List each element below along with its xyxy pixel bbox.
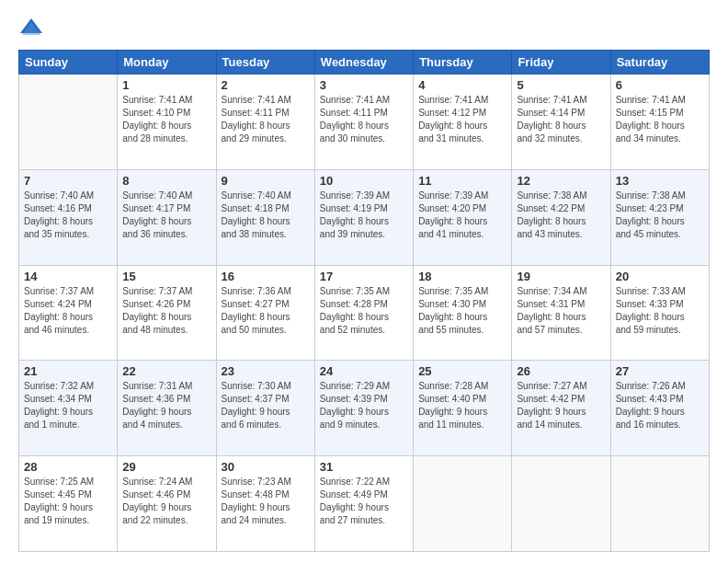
calendar-cell: 18Sunrise: 7:35 AM Sunset: 4:30 PM Dayli… [414,265,512,361]
day-number: 18 [418,270,506,283]
day-info: Sunrise: 7:25 AM Sunset: 4:45 PM Dayligh… [24,476,112,527]
day-number: 11 [418,174,506,188]
calendar-cell: 12Sunrise: 7:38 AM Sunset: 4:22 PM Dayli… [512,169,610,265]
logo-icon [18,15,44,40]
calendar-cell: 7Sunrise: 7:40 AM Sunset: 4:16 PM Daylig… [19,169,118,265]
day-info: Sunrise: 7:41 AM Sunset: 4:15 PM Dayligh… [616,94,704,145]
day-info: Sunrise: 7:38 AM Sunset: 4:22 PM Dayligh… [517,190,605,241]
day-number: 1 [122,78,210,92]
calendar-cell: 1Sunrise: 7:41 AM Sunset: 4:10 PM Daylig… [118,75,216,170]
calendar-cell: 10Sunrise: 7:39 AM Sunset: 4:19 PM Dayli… [314,169,413,265]
day-number: 10 [320,174,408,188]
day-info: Sunrise: 7:24 AM Sunset: 4:46 PM Dayligh… [122,476,210,527]
day-number: 24 [320,364,408,378]
day-number: 30 [222,460,310,474]
day-info: Sunrise: 7:41 AM Sunset: 4:10 PM Dayligh… [122,94,210,145]
calendar-cell: 30Sunrise: 7:23 AM Sunset: 4:48 PM Dayli… [216,456,314,552]
calendar-header-friday: Friday [512,51,610,75]
day-number: 23 [222,364,310,378]
calendar-header-wednesday: Wednesday [314,51,413,75]
calendar-cell [19,75,118,170]
calendar-cell: 6Sunrise: 7:41 AM Sunset: 4:15 PM Daylig… [610,75,709,170]
week-row-4: 21Sunrise: 7:32 AM Sunset: 4:34 PM Dayli… [19,361,710,456]
day-info: Sunrise: 7:23 AM Sunset: 4:48 PM Dayligh… [222,476,310,527]
day-number: 2 [222,78,310,92]
day-info: Sunrise: 7:40 AM Sunset: 4:18 PM Dayligh… [222,190,310,241]
calendar-cell: 17Sunrise: 7:35 AM Sunset: 4:28 PM Dayli… [314,265,413,361]
day-number: 9 [222,174,310,188]
calendar-cell: 8Sunrise: 7:40 AM Sunset: 4:17 PM Daylig… [118,169,216,265]
calendar-cell: 25Sunrise: 7:28 AM Sunset: 4:40 PM Dayli… [414,361,512,456]
calendar-cell [512,456,610,552]
day-info: Sunrise: 7:39 AM Sunset: 4:19 PM Dayligh… [320,190,408,241]
day-info: Sunrise: 7:41 AM Sunset: 4:12 PM Dayligh… [418,94,506,145]
calendar-header-sunday: Sunday [19,51,118,75]
calendar-cell: 3Sunrise: 7:41 AM Sunset: 4:11 PM Daylig… [314,75,413,170]
day-info: Sunrise: 7:35 AM Sunset: 4:28 PM Dayligh… [320,285,408,337]
day-info: Sunrise: 7:39 AM Sunset: 4:20 PM Dayligh… [418,190,506,241]
day-info: Sunrise: 7:31 AM Sunset: 4:36 PM Dayligh… [122,380,210,431]
calendar-cell: 26Sunrise: 7:27 AM Sunset: 4:42 PM Dayli… [512,361,610,456]
calendar-cell: 31Sunrise: 7:22 AM Sunset: 4:49 PM Dayli… [314,456,413,552]
calendar-cell: 16Sunrise: 7:36 AM Sunset: 4:27 PM Dayli… [216,265,314,361]
day-number: 16 [222,270,310,283]
calendar-header-monday: Monday [118,51,216,75]
calendar-cell: 22Sunrise: 7:31 AM Sunset: 4:36 PM Dayli… [118,361,216,456]
day-info: Sunrise: 7:35 AM Sunset: 4:30 PM Dayligh… [418,285,506,337]
calendar-cell: 21Sunrise: 7:32 AM Sunset: 4:34 PM Dayli… [19,361,118,456]
day-info: Sunrise: 7:40 AM Sunset: 4:17 PM Dayligh… [122,190,210,241]
day-number: 27 [616,364,704,378]
calendar-header-tuesday: Tuesday [216,51,314,75]
day-info: Sunrise: 7:41 AM Sunset: 4:11 PM Dayligh… [320,94,408,145]
day-number: 28 [24,460,112,474]
day-info: Sunrise: 7:22 AM Sunset: 4:49 PM Dayligh… [320,476,408,527]
day-info: Sunrise: 7:32 AM Sunset: 4:34 PM Dayligh… [24,380,112,431]
day-number: 7 [24,174,112,188]
calendar-cell: 4Sunrise: 7:41 AM Sunset: 4:12 PM Daylig… [414,75,512,170]
day-info: Sunrise: 7:38 AM Sunset: 4:23 PM Dayligh… [616,190,704,241]
day-info: Sunrise: 7:30 AM Sunset: 4:37 PM Dayligh… [222,380,310,431]
day-info: Sunrise: 7:26 AM Sunset: 4:43 PM Dayligh… [616,380,704,431]
calendar-cell: 2Sunrise: 7:41 AM Sunset: 4:11 PM Daylig… [216,75,314,170]
day-number: 19 [517,270,605,283]
day-number: 17 [320,270,408,283]
header [18,15,710,40]
calendar-cell [414,456,512,552]
day-info: Sunrise: 7:37 AM Sunset: 4:26 PM Dayligh… [122,285,210,337]
calendar-header-thursday: Thursday [414,51,512,75]
day-number: 12 [517,174,605,188]
calendar-cell: 15Sunrise: 7:37 AM Sunset: 4:26 PM Dayli… [118,265,216,361]
day-info: Sunrise: 7:28 AM Sunset: 4:40 PM Dayligh… [418,380,506,431]
calendar-cell: 23Sunrise: 7:30 AM Sunset: 4:37 PM Dayli… [216,361,314,456]
calendar-cell: 28Sunrise: 7:25 AM Sunset: 4:45 PM Dayli… [19,456,118,552]
calendar-cell: 20Sunrise: 7:33 AM Sunset: 4:33 PM Dayli… [610,265,709,361]
calendar-cell: 13Sunrise: 7:38 AM Sunset: 4:23 PM Dayli… [610,169,709,265]
calendar-cell: 24Sunrise: 7:29 AM Sunset: 4:39 PM Dayli… [314,361,413,456]
day-number: 4 [418,78,506,92]
day-number: 3 [320,78,408,92]
week-row-5: 28Sunrise: 7:25 AM Sunset: 4:45 PM Dayli… [19,456,710,552]
day-info: Sunrise: 7:34 AM Sunset: 4:31 PM Dayligh… [517,285,605,337]
week-row-1: 1Sunrise: 7:41 AM Sunset: 4:10 PM Daylig… [19,75,710,170]
day-number: 21 [24,364,112,378]
calendar-cell: 14Sunrise: 7:37 AM Sunset: 4:24 PM Dayli… [19,265,118,361]
calendar-table: SundayMondayTuesdayWednesdayThursdayFrid… [18,50,710,552]
calendar-cell: 27Sunrise: 7:26 AM Sunset: 4:43 PM Dayli… [610,361,709,456]
day-info: Sunrise: 7:40 AM Sunset: 4:16 PM Dayligh… [24,190,112,241]
day-info: Sunrise: 7:29 AM Sunset: 4:39 PM Dayligh… [320,380,408,431]
day-number: 26 [517,364,605,378]
day-number: 6 [616,78,704,92]
week-row-3: 14Sunrise: 7:37 AM Sunset: 4:24 PM Dayli… [19,265,710,361]
calendar-cell: 19Sunrise: 7:34 AM Sunset: 4:31 PM Dayli… [512,265,610,361]
calendar-cell: 5Sunrise: 7:41 AM Sunset: 4:14 PM Daylig… [512,75,610,170]
day-info: Sunrise: 7:27 AM Sunset: 4:42 PM Dayligh… [517,380,605,431]
day-number: 22 [122,364,210,378]
calendar-header-row: SundayMondayTuesdayWednesdayThursdayFrid… [19,51,710,75]
day-number: 5 [517,78,605,92]
day-number: 25 [418,364,506,378]
calendar-cell: 11Sunrise: 7:39 AM Sunset: 4:20 PM Dayli… [414,169,512,265]
calendar-header-saturday: Saturday [610,51,709,75]
week-row-2: 7Sunrise: 7:40 AM Sunset: 4:16 PM Daylig… [19,169,710,265]
day-info: Sunrise: 7:33 AM Sunset: 4:33 PM Dayligh… [616,285,704,337]
day-number: 8 [122,174,210,188]
